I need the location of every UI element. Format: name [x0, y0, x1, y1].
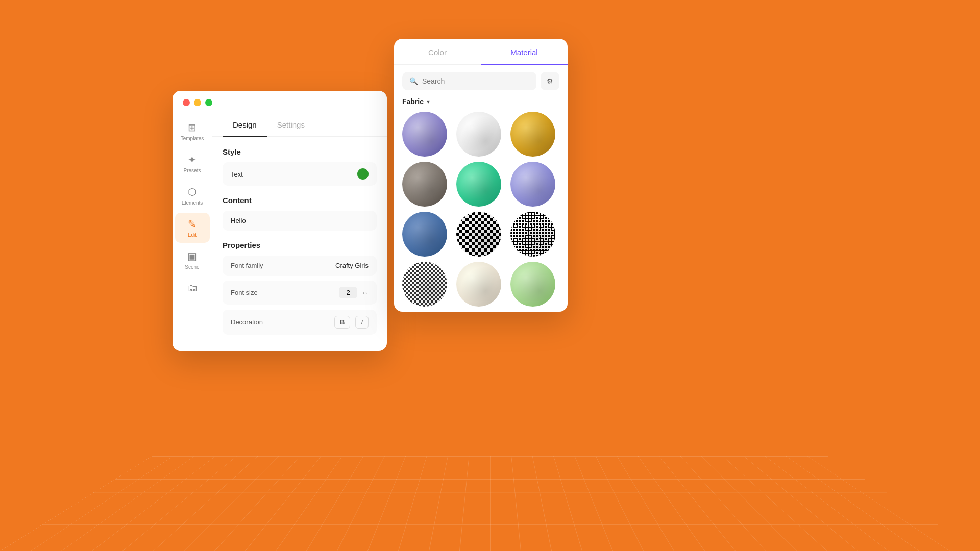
material-lavender[interactable] [402, 112, 447, 157]
material-tabs: Color Material [394, 39, 568, 65]
style-value: Text [231, 170, 243, 178]
content-section-title: Content [223, 196, 377, 205]
material-houndstooth-sm[interactable] [402, 262, 447, 307]
sidebar-item-elements[interactable]: ⬡ Elements [175, 181, 210, 211]
search-box[interactable]: 🔍 [402, 72, 536, 90]
tab-material[interactable]: Material [481, 39, 568, 65]
tab-color[interactable]: Color [394, 39, 481, 65]
material-grid [394, 112, 568, 307]
properties-section-title: Properties [223, 241, 377, 249]
design-panel: ⊞ Templates ✦ Presets ⬡ Elements ✎ Edit … [173, 91, 387, 351]
content-value: Hello [231, 217, 246, 224]
form-area: Style Text Content Hello Properties [212, 137, 387, 351]
sidebar-item-folder[interactable]: 🗂 [175, 277, 210, 299]
elements-label: Elements [182, 200, 203, 206]
material-gold[interactable] [510, 112, 555, 157]
sidebar-item-presets[interactable]: ✦ Presets [175, 148, 210, 179]
scene-icon: ▣ [187, 250, 197, 262]
fabric-chevron[interactable]: ▾ [427, 98, 430, 105]
material-periwinkle[interactable] [510, 162, 555, 207]
edit-icon: ✎ [188, 218, 197, 230]
sidebar: ⊞ Templates ✦ Presets ⬡ Elements ✎ Edit … [173, 112, 212, 351]
font-family-label: Font family [231, 262, 263, 269]
style-section-title: Style [223, 147, 377, 156]
floor-grid [0, 456, 980, 551]
folder-icon: 🗂 [187, 282, 198, 294]
window-chrome [173, 91, 387, 112]
font-family-row: Font family Crafty Girls [223, 256, 377, 276]
properties-section: Properties Font family Crafty Girls Font… [223, 241, 377, 335]
style-color-dot[interactable] [357, 168, 369, 180]
tab-settings[interactable]: Settings [267, 112, 315, 137]
material-mint[interactable] [456, 162, 501, 207]
style-field-row[interactable]: Text [223, 162, 377, 186]
filter-icon: ⚙ [547, 77, 553, 85]
presets-icon: ✦ [188, 154, 197, 166]
search-row: 🔍 ⚙ [394, 65, 568, 97]
tabs-bar: Design Settings [212, 112, 387, 137]
sidebar-item-scene[interactable]: ▣ Scene [175, 245, 210, 275]
bold-button[interactable]: B [334, 316, 350, 329]
fabric-row: Fabric ▾ [394, 97, 568, 112]
font-size-arrows: ↔ [361, 289, 369, 297]
templates-icon: ⊞ [188, 121, 197, 134]
material-zigzag[interactable] [510, 212, 555, 257]
filter-button[interactable]: ⚙ [541, 72, 559, 90]
font-size-label: Font size [231, 289, 258, 296]
sidebar-item-templates[interactable]: ⊞ Templates [175, 116, 210, 146]
material-gray[interactable] [402, 162, 447, 207]
font-size-input[interactable] [339, 287, 357, 298]
search-input[interactable] [422, 77, 529, 85]
window-minimize-dot[interactable] [194, 99, 201, 106]
window-maximize-dot[interactable] [205, 99, 212, 106]
scene-label: Scene [185, 264, 199, 270]
edit-label: Edit [188, 232, 197, 238]
italic-button[interactable]: I [355, 316, 369, 329]
decoration-controls: B I [334, 316, 369, 329]
fabric-label: Fabric [402, 97, 424, 106]
content-field-row[interactable]: Hello [223, 211, 377, 231]
style-section: Style Text [223, 147, 377, 186]
decoration-label: Decoration [231, 318, 263, 326]
material-houndstooth[interactable] [456, 212, 501, 257]
elements-icon: ⬡ [188, 186, 197, 198]
search-icon: 🔍 [409, 77, 418, 85]
window-close-dot[interactable] [183, 99, 190, 106]
templates-label: Templates [181, 136, 204, 141]
presets-label: Presets [184, 168, 201, 173]
material-light-green[interactable] [510, 262, 555, 307]
font-family-value: Crafty Girls [335, 262, 369, 269]
material-cream-knit[interactable] [456, 262, 501, 307]
material-panel: Color Material 🔍 ⚙ Fabric ▾ [394, 39, 568, 312]
material-blue-denim[interactable] [402, 212, 447, 257]
main-content: Design Settings Style Text C [212, 112, 387, 351]
decoration-row: Decoration B I [223, 310, 377, 335]
font-size-row: Font size ↔ [223, 281, 377, 305]
sidebar-item-edit[interactable]: ✎ Edit [175, 213, 210, 243]
font-size-controls: ↔ [339, 287, 369, 298]
panel-body: ⊞ Templates ✦ Presets ⬡ Elements ✎ Edit … [173, 112, 387, 351]
content-section: Content Hello [223, 196, 377, 231]
tab-design[interactable]: Design [223, 112, 267, 137]
material-white-knit[interactable] [456, 112, 501, 157]
